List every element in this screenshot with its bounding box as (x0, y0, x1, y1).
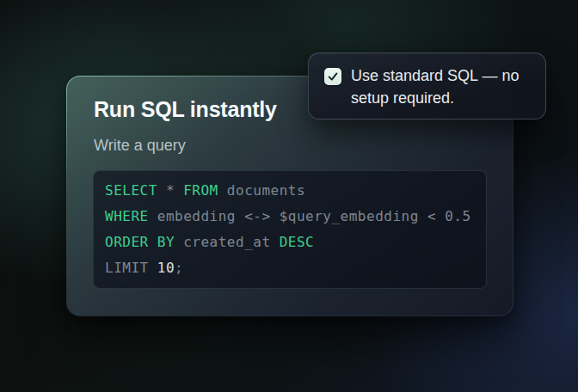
check-icon (326, 70, 340, 83)
code-token: ; (175, 260, 183, 276)
code-line: ORDER BY created_at DESC (105, 230, 475, 255)
standard-sql-checkbox[interactable] (324, 68, 341, 85)
code-token: * (157, 182, 183, 199)
callout-line-2: setup required. (351, 87, 519, 109)
code-token: documents (218, 182, 305, 199)
callout-line-1: Use standard SQL — no (351, 64, 519, 87)
code-token: FROM (183, 182, 218, 199)
card-subtitle: Write a query (94, 135, 487, 156)
code-line: WHERE embedding <-> $query_embedding < 0… (105, 204, 475, 230)
code-token: ORDER BY (105, 234, 175, 250)
code-token: LIMIT (105, 260, 157, 276)
code-token: WHERE (105, 208, 149, 224)
code-line: SELECT * FROM documents (105, 178, 475, 204)
code-token: DESC (280, 234, 315, 250)
code-token: SELECT (105, 182, 157, 199)
code-token: created_at (175, 234, 280, 250)
code-line: LIMIT 10; (105, 255, 475, 281)
code-token: 10 (157, 260, 175, 276)
sql-code-editor[interactable]: SELECT * FROM documentsWHERE embedding <… (93, 170, 487, 289)
callout-text: Use standard SQL — no setup required. (351, 64, 519, 109)
code-token: embedding <-> $query_embedding < 0.5 (149, 208, 471, 224)
standard-sql-callout: Use standard SQL — no setup required. (308, 52, 546, 119)
